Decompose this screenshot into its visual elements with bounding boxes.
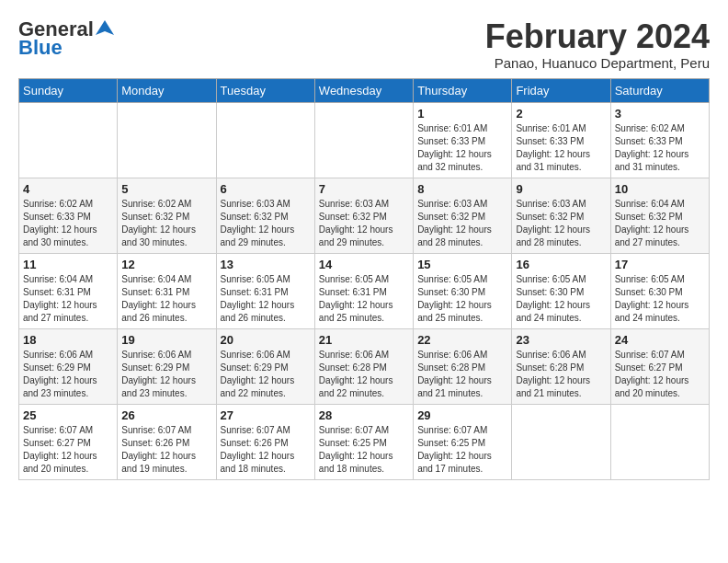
- day-info: Sunrise: 6:01 AMSunset: 6:33 PMDaylight:…: [417, 122, 507, 174]
- day-number: 28: [319, 408, 409, 422]
- day-header-monday: Monday: [118, 78, 216, 102]
- logo-bird-icon: [96, 18, 114, 37]
- calendar-cell: 28Sunrise: 6:07 AMSunset: 6:25 PMDayligh…: [314, 404, 413, 479]
- calendar-body: 1Sunrise: 6:01 AMSunset: 6:33 PMDaylight…: [19, 102, 710, 479]
- calendar-cell: 20Sunrise: 6:06 AMSunset: 6:29 PMDayligh…: [216, 328, 314, 404]
- calendar-cell: 4Sunrise: 6:02 AMSunset: 6:33 PMDaylight…: [19, 178, 118, 253]
- calendar-cell: 8Sunrise: 6:03 AMSunset: 6:32 PMDaylight…: [414, 178, 512, 253]
- calendar-cell: 26Sunrise: 6:07 AMSunset: 6:26 PMDayligh…: [118, 404, 216, 479]
- calendar-cell: 14Sunrise: 6:05 AMSunset: 6:31 PMDayligh…: [314, 253, 413, 328]
- calendar-cell: [216, 102, 314, 178]
- day-header-saturday: Saturday: [610, 78, 709, 102]
- calendar-cell: 23Sunrise: 6:06 AMSunset: 6:28 PMDayligh…: [512, 328, 610, 404]
- calendar-cell: 12Sunrise: 6:04 AMSunset: 6:31 PMDayligh…: [118, 253, 216, 328]
- day-number: 2: [516, 107, 606, 121]
- day-number: 26: [121, 408, 211, 422]
- calendar-cell: 21Sunrise: 6:06 AMSunset: 6:28 PMDayligh…: [314, 328, 413, 404]
- calendar-cell: 9Sunrise: 6:03 AMSunset: 6:32 PMDaylight…: [512, 178, 610, 253]
- day-info: Sunrise: 6:05 AMSunset: 6:31 PMDaylight:…: [319, 273, 409, 325]
- day-header-wednesday: Wednesday: [314, 78, 413, 102]
- day-number: 20: [221, 333, 311, 347]
- day-number: 9: [516, 182, 606, 196]
- calendar-week-3: 11Sunrise: 6:04 AMSunset: 6:31 PMDayligh…: [19, 253, 710, 328]
- calendar-cell: [610, 404, 709, 479]
- day-number: 25: [23, 408, 113, 422]
- calendar-week-4: 18Sunrise: 6:06 AMSunset: 6:29 PMDayligh…: [19, 328, 710, 404]
- calendar-cell: [314, 102, 413, 178]
- day-number: 29: [417, 408, 507, 422]
- month-title: February 2024: [485, 18, 710, 55]
- calendar-cell: 24Sunrise: 6:07 AMSunset: 6:27 PMDayligh…: [610, 328, 709, 404]
- calendar-cell: 17Sunrise: 6:05 AMSunset: 6:30 PMDayligh…: [610, 253, 709, 328]
- day-info: Sunrise: 6:03 AMSunset: 6:32 PMDaylight:…: [417, 198, 507, 249]
- day-info: Sunrise: 6:07 AMSunset: 6:27 PMDaylight:…: [23, 424, 113, 476]
- logo-blue: Blue: [18, 37, 63, 59]
- day-info: Sunrise: 6:05 AMSunset: 6:31 PMDaylight:…: [221, 273, 311, 325]
- calendar-cell: 7Sunrise: 6:03 AMSunset: 6:32 PMDaylight…: [314, 178, 413, 253]
- day-info: Sunrise: 6:03 AMSunset: 6:32 PMDaylight:…: [221, 198, 311, 249]
- day-number: 6: [221, 182, 311, 196]
- calendar-cell: 16Sunrise: 6:05 AMSunset: 6:30 PMDayligh…: [512, 253, 610, 328]
- day-number: 5: [121, 182, 211, 196]
- logo: General Blue: [18, 18, 114, 59]
- day-number: 24: [615, 333, 705, 347]
- calendar-cell: 15Sunrise: 6:05 AMSunset: 6:30 PMDayligh…: [414, 253, 512, 328]
- day-info: Sunrise: 6:06 AMSunset: 6:29 PMDaylight:…: [121, 349, 211, 400]
- calendar-cell: 27Sunrise: 6:07 AMSunset: 6:26 PMDayligh…: [216, 404, 314, 479]
- day-number: 19: [121, 333, 211, 347]
- calendar-week-5: 25Sunrise: 6:07 AMSunset: 6:27 PMDayligh…: [19, 404, 710, 479]
- day-header-thursday: Thursday: [414, 78, 512, 102]
- calendar-cell: 11Sunrise: 6:04 AMSunset: 6:31 PMDayligh…: [19, 253, 118, 328]
- day-header-friday: Friday: [512, 78, 610, 102]
- day-number: 22: [417, 333, 507, 347]
- calendar-cell: 13Sunrise: 6:05 AMSunset: 6:31 PMDayligh…: [216, 253, 314, 328]
- day-info: Sunrise: 6:05 AMSunset: 6:30 PMDaylight:…: [417, 273, 507, 325]
- day-info: Sunrise: 6:02 AMSunset: 6:33 PMDaylight:…: [615, 122, 705, 174]
- day-info: Sunrise: 6:03 AMSunset: 6:32 PMDaylight:…: [516, 198, 606, 249]
- day-number: 8: [417, 182, 507, 196]
- day-number: 11: [23, 258, 113, 271]
- day-number: 18: [23, 333, 113, 347]
- calendar-cell: 10Sunrise: 6:04 AMSunset: 6:32 PMDayligh…: [610, 178, 709, 253]
- day-info: Sunrise: 6:02 AMSunset: 6:32 PMDaylight:…: [121, 198, 211, 249]
- day-info: Sunrise: 6:03 AMSunset: 6:32 PMDaylight:…: [319, 198, 409, 249]
- svg-marker-0: [96, 20, 114, 35]
- day-number: 3: [615, 107, 705, 121]
- day-info: Sunrise: 6:07 AMSunset: 6:26 PMDaylight:…: [221, 424, 311, 476]
- day-info: Sunrise: 6:06 AMSunset: 6:28 PMDaylight:…: [417, 349, 507, 400]
- day-info: Sunrise: 6:07 AMSunset: 6:27 PMDaylight:…: [615, 349, 705, 400]
- calendar-cell: [512, 404, 610, 479]
- day-number: 12: [121, 258, 211, 271]
- day-number: 13: [221, 258, 311, 271]
- day-info: Sunrise: 6:06 AMSunset: 6:29 PMDaylight:…: [23, 349, 113, 400]
- calendar-cell: [19, 102, 118, 178]
- day-number: 1: [417, 107, 507, 121]
- calendar-week-1: 1Sunrise: 6:01 AMSunset: 6:33 PMDaylight…: [19, 102, 710, 178]
- day-number: 17: [615, 258, 705, 271]
- calendar-cell: 2Sunrise: 6:01 AMSunset: 6:33 PMDaylight…: [512, 102, 610, 178]
- calendar-cell: 22Sunrise: 6:06 AMSunset: 6:28 PMDayligh…: [414, 328, 512, 404]
- day-number: 27: [221, 408, 311, 422]
- calendar-cell: [118, 102, 216, 178]
- calendar-cell: 29Sunrise: 6:07 AMSunset: 6:25 PMDayligh…: [414, 404, 512, 479]
- calendar-table: SundayMondayTuesdayWednesdayThursdayFrid…: [18, 78, 710, 480]
- day-info: Sunrise: 6:06 AMSunset: 6:28 PMDaylight:…: [516, 349, 606, 400]
- day-info: Sunrise: 6:06 AMSunset: 6:29 PMDaylight:…: [221, 349, 311, 400]
- calendar-cell: 5Sunrise: 6:02 AMSunset: 6:32 PMDaylight…: [118, 178, 216, 253]
- calendar-week-2: 4Sunrise: 6:02 AMSunset: 6:33 PMDaylight…: [19, 178, 710, 253]
- day-number: 16: [516, 258, 606, 271]
- calendar-cell: 1Sunrise: 6:01 AMSunset: 6:33 PMDaylight…: [414, 102, 512, 178]
- calendar-cell: 18Sunrise: 6:06 AMSunset: 6:29 PMDayligh…: [19, 328, 118, 404]
- day-info: Sunrise: 6:02 AMSunset: 6:33 PMDaylight:…: [23, 198, 113, 249]
- calendar-cell: 6Sunrise: 6:03 AMSunset: 6:32 PMDaylight…: [216, 178, 314, 253]
- page-header: General Blue February 2024 Panao, Huanuc…: [18, 18, 710, 71]
- calendar-cell: 3Sunrise: 6:02 AMSunset: 6:33 PMDaylight…: [610, 102, 709, 178]
- day-info: Sunrise: 6:04 AMSunset: 6:31 PMDaylight:…: [23, 273, 113, 325]
- day-number: 15: [417, 258, 507, 271]
- calendar-cell: 19Sunrise: 6:06 AMSunset: 6:29 PMDayligh…: [118, 328, 216, 404]
- day-number: 23: [516, 333, 606, 347]
- location-subtitle: Panao, Huanuco Department, Peru: [485, 55, 710, 71]
- day-header-tuesday: Tuesday: [216, 78, 314, 102]
- day-info: Sunrise: 6:06 AMSunset: 6:28 PMDaylight:…: [319, 349, 409, 400]
- day-number: 21: [319, 333, 409, 347]
